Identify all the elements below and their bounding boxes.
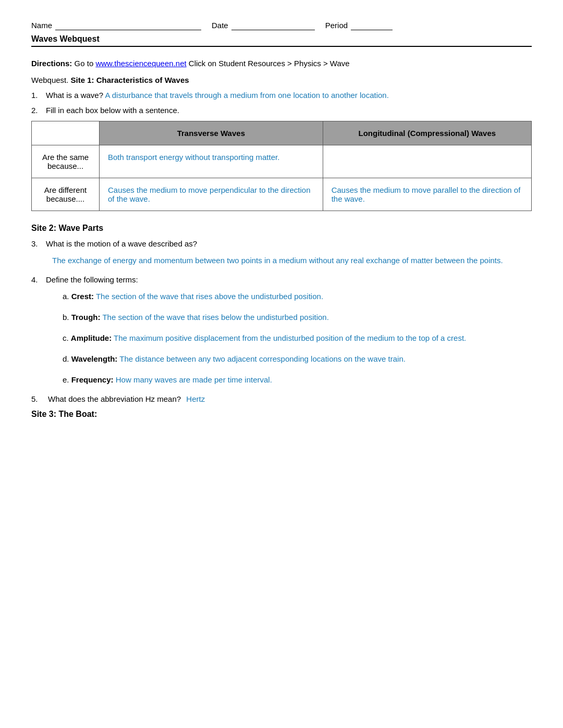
table-same-label: Are the same because... (32, 145, 100, 178)
terms-list: a. Crest: The section of the wave that r… (31, 290, 532, 386)
question-4: 4. Define the following terms: (31, 275, 532, 284)
name-field: Name (31, 21, 201, 30)
term-e-name: Frequency: (71, 375, 116, 384)
term-b-def: The section of the wave that rises below… (102, 313, 328, 322)
name-label: Name (31, 21, 52, 30)
q5-text: What does the abbreviation Hz mean? (48, 394, 181, 403)
site3-title: Site 3: The Boat: (31, 410, 532, 419)
q2-number: 2. (31, 106, 42, 115)
q5-content: What does the abbreviation Hz mean? Hert… (48, 394, 205, 403)
q3-content: What is the motion of a wave described a… (46, 239, 197, 248)
q4-text: Define the following terms: (46, 275, 138, 284)
term-b-letter: b. (63, 313, 71, 322)
site1-label: Webquest. (31, 76, 68, 84)
directions-paragraph: Directions: Go to www.thesciencequeen.ne… (31, 57, 532, 70)
directions-text: Go to (75, 59, 96, 68)
term-d-letter: d. (63, 354, 71, 363)
table-different-label: Are different because.... (32, 178, 100, 211)
page-title: Waves Webquest (31, 34, 532, 44)
table-same-transverse: Both transport energy without transporti… (100, 145, 323, 178)
table-different-longitudinal: Causes the medium to move parallel to th… (323, 178, 531, 211)
q2-content: Fill in each box below with a sentence. (46, 106, 179, 115)
q2-text: Fill in each box below with a sentence. (46, 106, 179, 115)
q3-answer-block: The exchange of energy and momentum betw… (31, 254, 532, 267)
term-a-letter: a. (63, 292, 71, 301)
table-header-row: Transverse Waves Longitudinal (Compressi… (32, 121, 532, 145)
term-d-name: Wavelength: (71, 354, 120, 363)
date-label: Date (212, 21, 228, 30)
term-b-name: Trough: (71, 313, 103, 322)
directions-link[interactable]: www.thesciencequeen.net (95, 59, 186, 68)
q3-text: What is the motion of a wave described a… (46, 239, 197, 248)
term-d-def: The distance between any two adjacent co… (119, 354, 406, 363)
term-a: a. Crest: The section of the wave that r… (31, 290, 532, 303)
term-c-letter: c. (63, 334, 71, 342)
site2-title: Site 2: Wave Parts (31, 224, 532, 233)
term-c: c. Amplitude: The maximum positive displ… (31, 332, 532, 344)
term-a-name: Crest: (71, 292, 96, 301)
question-1: 1. What is a wave? A disturbance that tr… (31, 91, 532, 100)
site1-title: Site 1: Characteristics of Waves (68, 76, 189, 84)
table-longitudinal-header: Longitudinal (Compressional) Waves (323, 121, 531, 145)
term-e-letter: e. (63, 375, 71, 384)
q1-answer: A disturbance that travels through a med… (105, 91, 388, 100)
date-field: Date (212, 21, 315, 30)
q5-number: 5. (31, 394, 44, 403)
q1-text: What is a wave? (46, 91, 103, 100)
term-e-def: How many waves are made per time interva… (116, 375, 272, 384)
q3-answer: The exchange of energy and momentum betw… (52, 256, 503, 265)
question-5: 5. What does the abbreviation Hz mean? H… (31, 394, 532, 403)
period-underline (351, 21, 393, 30)
directions-after-link: Click on Student Resources > Physics > W… (189, 59, 350, 68)
table-transverse-header: Transverse Waves (100, 121, 323, 145)
name-underline (55, 21, 201, 30)
term-a-def: The section of the wave that rises above… (96, 292, 323, 301)
waves-table: Transverse Waves Longitudinal (Compressi… (31, 121, 532, 211)
table-row-different: Are different because.... Causes the med… (32, 178, 532, 211)
term-c-def: The maximum positive displacement from t… (114, 334, 466, 342)
q5-answer: Hertz (186, 394, 205, 403)
term-c-name: Amplitude: (71, 334, 114, 342)
date-underline (231, 21, 315, 30)
table-different-transverse: Causes the medium to move perpendicular … (100, 178, 323, 211)
table-same-longitudinal (323, 145, 531, 178)
period-label: Period (325, 21, 348, 30)
table-row-same: Are the same because... Both transport e… (32, 145, 532, 178)
question-3: 3. What is the motion of a wave describe… (31, 239, 532, 248)
term-b: b. Trough: The section of the wave that … (31, 311, 532, 324)
directions-bold: Directions: (31, 59, 72, 68)
q1-content: What is a wave? A disturbance that trave… (46, 91, 389, 100)
header-fields: Name Date Period (31, 21, 532, 30)
term-e: e. Frequency: How many waves are made pe… (31, 374, 532, 386)
table-empty-header (32, 121, 100, 145)
period-field: Period (325, 21, 393, 30)
q4-content: Define the following terms: (46, 275, 138, 284)
q1-number: 1. (31, 91, 42, 100)
title-divider (31, 46, 532, 47)
q4-number: 4. (31, 275, 42, 284)
q3-number: 3. (31, 239, 42, 248)
webquest-label: Webquest. Site 1: Characteristics of Wav… (31, 74, 532, 87)
question-2: 2. Fill in each box below with a sentenc… (31, 106, 532, 115)
term-d: d. Wavelength: The distance between any … (31, 353, 532, 365)
